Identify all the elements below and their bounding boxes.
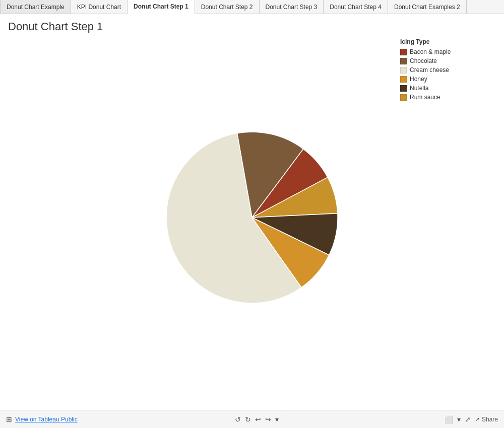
share-icon: ↗	[475, 416, 480, 423]
divider	[285, 415, 285, 424]
legend-label-2: Cream cheese	[410, 66, 449, 74]
legend-item-3: Honey	[400, 76, 491, 83]
present-icon[interactable]: ⬜	[445, 415, 453, 423]
share-label: Share	[482, 416, 498, 423]
tab-bar: Donut Chart ExampleKPI Donut ChartDonut …	[0, 0, 504, 14]
tab-5[interactable]: Donut Chart Step 4	[324, 0, 388, 14]
bottom-left: ⊞ View on Tableau Public	[6, 415, 78, 423]
tab-0[interactable]: Donut Chart Example	[0, 0, 71, 14]
bottom-bar: ⊞ View on Tableau Public ↺ ↻ ↩ ↪ ▾ ⬜ ▾ ⤢…	[0, 410, 504, 428]
legend-label-1: Chocolate	[410, 57, 437, 64]
tab-1[interactable]: KPI Donut Chart	[71, 0, 128, 14]
legend-swatch-2	[400, 67, 407, 74]
undo2-icon[interactable]: ↩	[255, 415, 261, 423]
bottom-center: ↺ ↻ ↩ ↪ ▾	[235, 415, 287, 424]
legend-item-2: Cream cheese	[400, 66, 491, 74]
tableau-grid-icon: ⊞	[6, 415, 12, 423]
pie-chart	[156, 122, 348, 313]
legend-title: Icing Type	[400, 38, 491, 45]
legend-swatch-1	[400, 58, 407, 64]
tab-4[interactable]: Donut Chart Step 3	[260, 0, 324, 14]
tableau-link[interactable]: View on Tableau Public	[15, 416, 78, 423]
share-button[interactable]: ↗ Share	[475, 416, 498, 423]
page-content: Donut Chart Step 1 Icing Type Bacon & ma…	[0, 14, 504, 410]
tab-2[interactable]: Donut Chart Step 1	[128, 0, 195, 14]
dropdown-icon[interactable]: ▾	[275, 415, 279, 423]
legend-swatch-0	[400, 49, 407, 55]
redo2-icon[interactable]: ↪	[265, 415, 271, 423]
chart-area: Icing Type Bacon & mapleChocolateCream c…	[8, 38, 496, 397]
legend-item-0: Bacon & maple	[400, 48, 491, 55]
legend: Icing Type Bacon & mapleChocolateCream c…	[400, 38, 491, 103]
tab-6[interactable]: Donut Chart Examples 2	[388, 0, 467, 14]
legend-label-5: Rum sauce	[410, 94, 440, 101]
page-title: Donut Chart Step 1	[8, 20, 496, 33]
legend-label-0: Bacon & maple	[410, 48, 451, 55]
legend-item-1: Chocolate	[400, 57, 491, 64]
tab-3[interactable]: Donut Chart Step 2	[195, 0, 260, 14]
bottom-right: ⬜ ▾ ⤢ ↗ Share	[445, 415, 498, 423]
redo-icon[interactable]: ↻	[245, 415, 251, 423]
legend-swatch-5	[400, 94, 407, 101]
legend-item-5: Rum sauce	[400, 94, 491, 101]
undo-icon[interactable]: ↺	[235, 415, 241, 423]
present-dropdown-icon[interactable]: ▾	[457, 415, 461, 423]
legend-item-4: Nutella	[400, 85, 491, 92]
fullscreen-icon[interactable]: ⤢	[465, 415, 471, 423]
legend-label-4: Nutella	[410, 85, 428, 92]
legend-label-3: Honey	[410, 76, 427, 83]
legend-swatch-4	[400, 85, 407, 92]
legend-swatch-3	[400, 76, 407, 83]
